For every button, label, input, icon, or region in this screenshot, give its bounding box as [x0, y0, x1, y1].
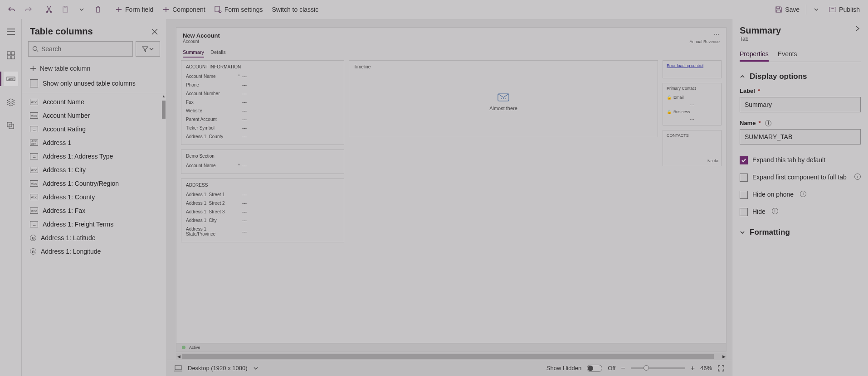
plus-icon	[162, 6, 170, 13]
rail-library[interactable]	[4, 119, 18, 133]
form-field-row[interactable]: Account Name*---	[186, 72, 339, 81]
label-input[interactable]	[740, 97, 861, 112]
hscroll-thumb[interactable]	[182, 354, 714, 359]
add-form-field-button[interactable]: Form field	[111, 3, 158, 16]
column-item[interactable]: ☰Address 1: Address Type	[22, 149, 161, 163]
publish-button[interactable]: Publish	[824, 3, 864, 16]
info-icon[interactable]: i	[854, 174, 861, 180]
scroll-thumb[interactable]	[162, 101, 166, 119]
zoom-out-button[interactable]: −	[621, 364, 625, 372]
column-item[interactable]: AbcAddress 1: County	[22, 190, 161, 204]
form-settings-button[interactable]: Form settings	[210, 3, 268, 16]
svg-rect-7	[7, 52, 10, 55]
form-field-row[interactable]: Address 1: Street 2---	[186, 199, 339, 207]
show-unused-checkbox[interactable]	[30, 79, 38, 87]
form-field-row[interactable]: Address 1: Street 1---	[186, 190, 339, 199]
section-demo[interactable]: Demo Section Account Name*---	[181, 149, 344, 174]
timeline-control[interactable]: Timeline Almost there	[349, 60, 658, 137]
hide-phone-checkbox[interactable]	[740, 191, 748, 199]
column-item[interactable]: AbcAccount Number	[22, 109, 161, 122]
header-more-icon[interactable]: ⋯	[714, 31, 720, 38]
tab-events[interactable]: Events	[778, 48, 797, 62]
column-item[interactable]: ☰Address 1: Freight Terms	[22, 217, 161, 231]
column-item[interactable]: AbcdefAddress 1	[22, 136, 161, 149]
column-item[interactable]: AbcAddress 1: City	[22, 163, 161, 177]
delete-button[interactable]	[90, 3, 106, 16]
rail-components[interactable]	[4, 48, 18, 63]
toolbar-divider	[806, 5, 806, 14]
form-field-row[interactable]: Address 1: Street 3---	[186, 207, 339, 216]
save-dropdown[interactable]	[808, 3, 824, 16]
paste-icon	[62, 6, 69, 13]
property-title: Summary	[740, 25, 781, 36]
form-tab-details[interactable]: Details	[210, 49, 226, 58]
svg-rect-2	[63, 7, 68, 12]
paste-dropdown[interactable]	[73, 3, 90, 16]
undo-button[interactable]	[4, 3, 20, 16]
form-field-row[interactable]: Website---	[186, 106, 339, 115]
form-field-row[interactable]: Phone---	[186, 81, 339, 89]
formatting-header[interactable]: Formatting	[740, 228, 861, 237]
form-field-row[interactable]: Ticker Symbol---	[186, 124, 339, 132]
zoom-in-button[interactable]: +	[691, 364, 695, 372]
info-icon[interactable]: i	[772, 208, 778, 214]
tab-properties[interactable]: Properties	[740, 48, 769, 62]
canvas-horizontal-scrollbar[interactable]: ◀ ▶	[176, 353, 727, 360]
fit-to-screen-button[interactable]	[717, 365, 725, 372]
close-panel-button[interactable]	[151, 28, 158, 35]
save-button[interactable]: Save	[770, 3, 804, 16]
side-primary-contact[interactable]: Primary Contact 🔒Email --- 🔒Business ---	[663, 83, 722, 125]
field-label: Account Name	[186, 163, 236, 168]
rail-columns[interactable]: Abc	[4, 72, 18, 86]
column-item[interactable]: AbcAddress 1: Fax	[22, 204, 161, 217]
form-field-row[interactable]: Account Name*---	[186, 161, 339, 170]
column-item[interactable]: ◐Address 1: Longitude	[22, 245, 161, 258]
form-field-row[interactable]: Account Number---	[186, 89, 339, 98]
expand-first-checkbox[interactable]	[740, 174, 748, 182]
form-preview[interactable]: New Account Account ⋯ Annual Revenue Sum…	[176, 27, 727, 352]
display-options-header[interactable]: Display options	[740, 72, 861, 81]
column-item[interactable]: ☰Account Rating	[22, 122, 161, 136]
form-field-row[interactable]: Address 1: City---	[186, 216, 339, 225]
form-field-row[interactable]: Address 1: County---	[186, 132, 339, 141]
column-item[interactable]: ◐Address 1: Latitude	[22, 231, 161, 245]
expand-default-checkbox[interactable]	[740, 156, 748, 164]
add-component-button[interactable]: Component	[158, 3, 210, 16]
search-input[interactable]: Search	[28, 41, 133, 57]
column-item[interactable]: AbcAddress 1: Country/Region	[22, 177, 161, 190]
form-field-row[interactable]: Address 1: State/Province---	[186, 225, 339, 238]
form-field-row[interactable]: Fax---	[186, 98, 339, 106]
zoom-slider[interactable]	[631, 367, 685, 369]
collapse-panel-button[interactable]	[854, 25, 861, 32]
column-list-scrollbar[interactable]: ▲	[162, 94, 166, 375]
side-error-box[interactable]: Error loading control	[663, 60, 722, 78]
info-icon[interactable]: i	[765, 120, 771, 126]
device-label[interactable]: Desktop (1920 x 1080)	[188, 365, 248, 371]
contacts-title: CONTACTS	[667, 133, 717, 138]
rail-hamburger[interactable]	[4, 24, 18, 39]
filter-button[interactable]	[136, 41, 160, 57]
new-table-column-button[interactable]: New table column	[22, 61, 166, 76]
section-address[interactable]: ADDRESS Address 1: Street 1---Address 1:…	[181, 178, 344, 242]
name-input[interactable]	[740, 129, 861, 145]
cut-button[interactable]	[41, 3, 57, 16]
timeline-message: Almost there	[489, 106, 517, 111]
switch-classic-button[interactable]: Switch to classic	[267, 3, 323, 16]
field-label: Website	[186, 108, 236, 113]
rail-tree[interactable]	[4, 95, 18, 110]
chevron-down-icon[interactable]	[253, 366, 258, 371]
section-title: ACCOUNT INFORMATION	[186, 64, 339, 69]
required-mark: *	[236, 74, 242, 79]
side-contacts[interactable]: CONTACTS No da	[663, 130, 722, 166]
info-icon[interactable]: i	[800, 191, 806, 197]
section-account-info[interactable]: ACCOUNT INFORMATION Account Name*---Phon…	[181, 60, 344, 145]
redo-button[interactable]	[20, 3, 36, 16]
form-tab-summary[interactable]: Summary	[183, 49, 204, 58]
paste-button[interactable]	[57, 3, 73, 16]
show-hidden-toggle[interactable]	[587, 365, 602, 372]
hide-checkbox[interactable]	[740, 208, 748, 216]
column-item[interactable]: AbcAccount Name	[22, 95, 161, 109]
chevron-up-icon	[740, 74, 745, 79]
form-field-row[interactable]: Parent Account---	[186, 115, 339, 124]
error-link[interactable]: Error loading control	[667, 63, 703, 68]
